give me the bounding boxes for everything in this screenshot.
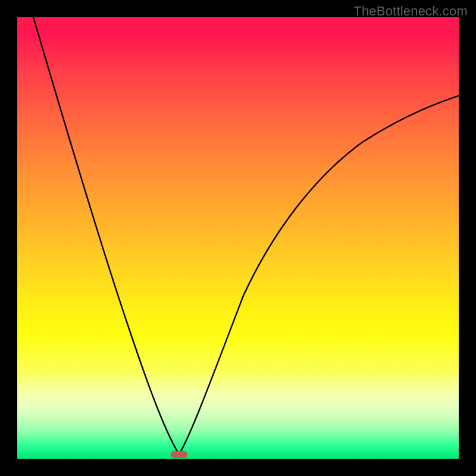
chart-stage: TheBottleneck.com: [0, 0, 476, 476]
curve-svg: [17, 17, 459, 459]
watermark-text: TheBottleneck.com: [353, 4, 468, 19]
bottleneck-curve: [33, 17, 459, 455]
plot-area: [17, 17, 459, 459]
optimum-marker: [171, 451, 187, 458]
